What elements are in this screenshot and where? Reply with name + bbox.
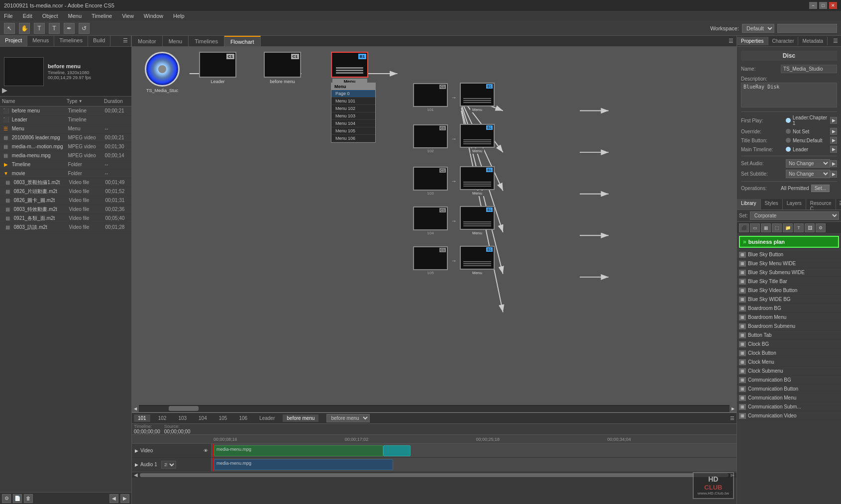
timeline-horizontal-scrollbar[interactable]: ◀ ▶: [132, 472, 736, 478]
tl-menu-select[interactable]: before menu: [326, 414, 370, 422]
right-panel-options[interactable]: ☰: [830, 37, 841, 45]
lib-btn-3[interactable]: ▦: [761, 223, 771, 232]
lib-btn-7[interactable]: 🖼: [805, 223, 815, 232]
tab-timelines-center[interactable]: Timelines: [189, 36, 224, 46]
lib-item[interactable]: ▦ Communication Video: [737, 411, 841, 420]
fc-node-102-left[interactable]: C1 102: [413, 124, 448, 153]
tab-library[interactable]: Library: [737, 199, 761, 209]
fc-node-101-right[interactable]: B1 Menu: [460, 83, 495, 112]
lib-item[interactable]: ▦ Blue Sky Menu WIDE: [737, 259, 841, 268]
list-item[interactable]: ▼ movie Folder --: [0, 169, 131, 178]
lib-item[interactable]: ▦ Clock BG: [737, 340, 841, 349]
lib-item[interactable]: ▦ Blue Sky Video Button: [737, 286, 841, 295]
list-item[interactable]: ▦ 0803_特效動畫.m2t Video file 00;02;36: [0, 205, 131, 214]
fc-node-101-left[interactable]: C1 101: [413, 83, 448, 112]
tab-menu[interactable]: Menu: [163, 36, 189, 46]
lib-item[interactable]: ▦ Communication Menu: [737, 394, 841, 403]
lib-btn-2[interactable]: ▭: [750, 223, 760, 232]
fc-scroll-left-btn[interactable]: ◀: [132, 405, 139, 412]
list-item[interactable]: ⬛ Leader Timeline: [0, 115, 131, 124]
workspace-search-input[interactable]: [777, 24, 837, 33]
fc-horizontal-scrollbar[interactable]: ◀ ▶: [132, 405, 736, 412]
lib-item[interactable]: ▦ Blue Sky Button: [737, 250, 841, 259]
fc-node-before-menu[interactable]: C1 before menu: [264, 52, 301, 85]
prop-main-tl-arrow[interactable]: ▶: [830, 146, 837, 153]
hscroll-bar[interactable]: [140, 473, 729, 477]
list-item[interactable]: ▦ media-menu.mpg MPEG video 00;00;14: [0, 151, 131, 160]
fc-hscroll-thumb[interactable]: [169, 406, 199, 411]
tl-tab-104[interactable]: 104: [195, 414, 211, 422]
prop-set-audio-arrow[interactable]: ▶: [830, 160, 837, 167]
lib-item[interactable]: ▦ Blue Sky Submenu WIDE: [737, 268, 841, 277]
video-clip-motion[interactable]: [383, 445, 411, 456]
fc-menu-popup-item[interactable]: Menu 104: [331, 120, 375, 127]
set-audio-select[interactable]: No Change: [786, 159, 830, 168]
lib-item[interactable]: ▦ Communication Button: [737, 385, 841, 394]
audio-track-content[interactable]: media-menu.mpg: [211, 458, 736, 471]
tl-tab-before-menu[interactable]: before menu: [283, 414, 318, 422]
fc-node-104-right[interactable]: B1 Menu: [460, 206, 495, 236]
library-options-btn[interactable]: ☰: [836, 199, 841, 209]
tl-tab-105[interactable]: 105: [215, 414, 231, 422]
fc-menu-popup-item[interactable]: Menu 102: [331, 105, 375, 112]
fc-menu-popup-item[interactable]: Menu 105: [331, 127, 375, 135]
fc-node-menu[interactable]: B1 Menu: [331, 52, 368, 85]
preview-play-btn[interactable]: ▶: [2, 86, 7, 94]
lib-btn-8[interactable]: ⚙: [816, 223, 826, 232]
lib-item[interactable]: ▦ Boardroom Menu: [737, 313, 841, 322]
tl-options-btn[interactable]: ☰: [730, 415, 735, 421]
tab-properties[interactable]: Properties: [737, 37, 768, 45]
menu-file[interactable]: File: [2, 12, 15, 20]
list-item[interactable]: ▦ 0803_景觀拍攝1.m2t Video file 00;01;49: [0, 178, 131, 187]
fc-hscroll-track[interactable]: [139, 406, 730, 411]
list-item[interactable]: ▦ 0803_訪談.m2t Video file 00;01;28: [0, 223, 131, 232]
menu-window[interactable]: Window: [142, 12, 165, 20]
tool-pen[interactable]: ✒: [64, 23, 75, 34]
lib-item[interactable]: ▦ Clock Submenu: [737, 367, 841, 376]
tab-build[interactable]: Build: [88, 36, 110, 46]
menu-help[interactable]: Help: [171, 12, 187, 20]
list-item[interactable]: ⬛ before menu Timeline 00;00;21: [0, 106, 131, 115]
lib-btn-1[interactable]: ⬛: [739, 223, 749, 232]
tab-project[interactable]: Project: [0, 36, 27, 46]
tl-tab-102[interactable]: 102: [154, 414, 171, 422]
filter-btn[interactable]: ⚙: [2, 494, 11, 503]
tool-select[interactable]: ↖: [4, 23, 15, 34]
prop-title-btn-arrow[interactable]: ▶: [830, 137, 837, 144]
fc-node-105-right[interactable]: B1 Menu: [460, 246, 495, 276]
fc-scroll-right-btn[interactable]: ▶: [730, 405, 736, 412]
list-item[interactable]: ▦ 20100806 leader.mpg MPEG video 00;00;2…: [0, 133, 131, 142]
menu-edit[interactable]: Edit: [21, 12, 34, 20]
lib-btn-5[interactable]: 📁: [783, 223, 793, 232]
lib-item[interactable]: ▦ Blue Sky Title Bar: [737, 277, 841, 286]
lib-btn-6[interactable]: T: [794, 223, 804, 232]
workspace-select[interactable]: Default: [742, 24, 774, 33]
menu-menu[interactable]: Menu: [66, 12, 84, 20]
tab-flowchart[interactable]: Flowchart: [224, 36, 261, 46]
tool-move[interactable]: ✋: [19, 23, 30, 34]
menu-view[interactable]: View: [120, 12, 136, 20]
fc-node-102-right[interactable]: B1 Menu: [460, 124, 495, 154]
tab-metadata[interactable]: Metadata: [798, 37, 828, 45]
fc-menu-popup-item[interactable]: Menu 106: [331, 135, 375, 142]
list-item[interactable]: ▶ Timeline Folder --: [0, 160, 131, 169]
fc-node-disc[interactable]: TS_Media_Stuc: [144, 52, 180, 94]
tab-layers[interactable]: Layers: [783, 199, 806, 209]
scroll-left-btn[interactable]: ◀: [109, 494, 118, 503]
tl-tab-leader[interactable]: Leader: [255, 414, 279, 422]
list-item[interactable]: ▦ 0921_各類_面.m2t Video file 00;05;40: [0, 214, 131, 223]
tab-menus[interactable]: Menus: [27, 36, 54, 46]
menu-object[interactable]: Object: [40, 12, 60, 20]
hscroll-track[interactable]: ◀ ▶: [132, 472, 736, 478]
lib-item[interactable]: ▦ Button Tab: [737, 331, 841, 340]
lib-item[interactable]: ▦ Boardroom BG: [737, 304, 841, 313]
video-track-eye[interactable]: 👁: [204, 448, 208, 453]
tab-timelines[interactable]: Timelines: [54, 36, 88, 46]
lib-btn-4[interactable]: ⬚: [772, 223, 782, 232]
audio-clip[interactable]: media-menu.mpg: [214, 459, 393, 470]
lib-item[interactable]: ▦ Blue Sky WIDE BG: [737, 295, 841, 304]
audio-channel-select[interactable]: 2h: [161, 461, 176, 469]
prop-first-play-arrow[interactable]: ▶: [830, 117, 837, 124]
tl-tab-106[interactable]: 106: [235, 414, 251, 422]
menu-timeline[interactable]: Timeline: [90, 12, 114, 20]
